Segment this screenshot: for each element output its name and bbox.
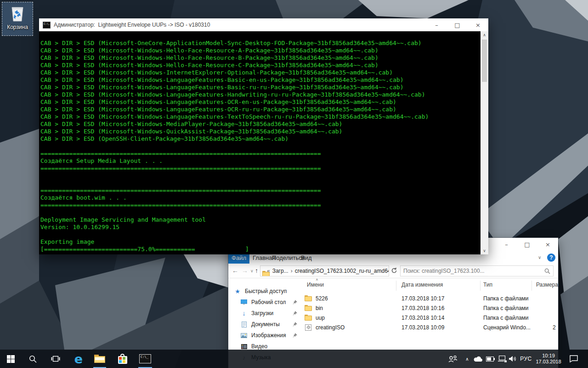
network-button[interactable]	[496, 350, 508, 368]
clock-date: 17.03.2018	[536, 359, 561, 365]
language-indicator[interactable]: РУС	[519, 350, 533, 368]
scrollbar-thumb[interactable]	[482, 40, 487, 82]
breadcrumb-parent[interactable]: Загр...	[272, 268, 288, 274]
folder-icon	[94, 355, 105, 363]
cmd-icon: C:\_	[139, 354, 151, 363]
sidebar-item-downloads[interactable]: ↓ Загрузки	[228, 308, 302, 318]
recycle-bin-icon	[8, 4, 27, 23]
videos-icon	[240, 343, 248, 350]
scroll-down-icon[interactable]: ∨	[481, 247, 488, 254]
explorer-window: – □ × Файл Главная Поделиться Вид ∨ ? ← …	[228, 238, 558, 368]
desktop-icon	[240, 299, 248, 306]
scroll-up-icon[interactable]: ∧	[481, 31, 488, 39]
file-name: 5226	[316, 295, 328, 302]
desktop: Корзина C:\. Администратор: Lightweight …	[0, 0, 588, 368]
store-icon	[117, 354, 128, 364]
console-scrollbar[interactable]: ∧ ∨	[481, 31, 488, 254]
taskbar: e C:\_ ∧	[0, 350, 588, 368]
column-header-date[interactable]: Дата изменения	[401, 282, 443, 288]
action-center-icon	[570, 355, 578, 362]
column-header-type[interactable]: Тип	[483, 282, 492, 288]
file-name: uup	[316, 315, 325, 321]
action-center-button[interactable]	[567, 350, 581, 368]
forward-button[interactable]: →	[242, 267, 248, 274]
sidebar-item-desktop[interactable]: Рабочий стол	[228, 297, 302, 307]
column-header-name[interactable]: Имени	[307, 282, 324, 288]
pin-icon	[293, 333, 297, 338]
folder-icon	[305, 305, 312, 311]
address-bar[interactable]: « Загр... › creatingISO_17623.1002_ru-ru…	[260, 265, 389, 276]
help-button[interactable]: ?	[547, 253, 555, 262]
script-file-icon	[305, 324, 312, 331]
quick-access-label: Быстрый доступ	[245, 288, 287, 294]
edge-button[interactable]: e	[72, 350, 85, 368]
quick-access-star-icon: ★	[234, 288, 241, 295]
network-icon	[498, 356, 507, 362]
onedrive-button[interactable]	[472, 350, 484, 368]
folder-icon	[305, 315, 312, 321]
people-icon	[448, 355, 458, 362]
back-button[interactable]: ←	[232, 267, 238, 274]
task-view-icon	[51, 355, 60, 362]
file-row-uup[interactable]: uup 17.03.2018 10:14 Папка с файлами	[302, 313, 558, 322]
explorer-minimize-button[interactable]: –	[496, 238, 517, 251]
pictures-icon	[240, 332, 248, 339]
sidebar-quick-access[interactable]: ★ Быстрый доступ	[228, 286, 302, 296]
console-window: C:\. Администратор: Lightweight Envelope…	[39, 18, 488, 254]
address-toolbar: ← → ∨ ↑ « Загр... › creatingISO_17623.10…	[228, 264, 558, 278]
search-text: Поиск: creatingISO_17623.100...	[403, 268, 544, 274]
clock[interactable]: 10:19 17.03.2018	[533, 350, 564, 368]
console-minimize-button[interactable]: –	[426, 18, 447, 31]
recycle-bin[interactable]: Корзина	[2, 2, 33, 36]
battery-button[interactable]	[484, 350, 496, 368]
breadcrumb-separator: ›	[291, 268, 293, 274]
taskbar-search-button[interactable]	[26, 350, 40, 368]
task-view-button[interactable]	[49, 350, 62, 368]
volume-button[interactable]	[507, 350, 519, 368]
sidebar-item-pictures[interactable]: Изображения	[228, 330, 302, 340]
sidebar-item-label: Изображения	[251, 332, 286, 339]
column-header-size[interactable]: Размера	[536, 282, 558, 288]
console-maximize-button[interactable]: □	[447, 18, 468, 31]
explorer-maximize-button[interactable]: □	[517, 238, 537, 251]
file-type: Папка с файлами	[483, 305, 529, 311]
store-button[interactable]	[116, 350, 130, 368]
downloads-icon: ↓	[240, 310, 248, 317]
recent-dropdown-icon[interactable]: ∨	[250, 269, 254, 273]
sidebar-item-label: Рабочий стол	[251, 299, 286, 305]
sidebar-item-documents[interactable]: Документы	[228, 319, 302, 329]
start-button[interactable]	[4, 350, 17, 368]
search-icon[interactable]	[544, 268, 550, 274]
edge-icon: e	[74, 353, 83, 365]
console-close-button[interactable]: ×	[468, 18, 488, 31]
file-date: 17.03.2018 10:16	[401, 305, 444, 311]
file-row-5226[interactable]: 5226 17.03.2018 10:17 Папка с файлами	[302, 293, 558, 303]
sidebar-item-label: Документы	[251, 321, 280, 328]
sidebar-item-label: Видео	[251, 343, 267, 350]
pin-icon	[293, 311, 297, 316]
people-button[interactable]	[447, 350, 459, 368]
battery-icon	[486, 356, 495, 362]
file-type: Папка с файлами	[483, 315, 529, 321]
file-date: 17.03.2018 10:14	[401, 315, 444, 321]
search-input[interactable]: Поиск: creatingISO_17623.100...	[400, 265, 554, 276]
command-prompt-button[interactable]: C:\_	[138, 350, 153, 368]
ribbon-collapse-icon[interactable]: ∨	[538, 255, 541, 260]
console-output[interactable]: CAB > DIR > ESD (Microsoft-OneCore-Appli…	[39, 31, 481, 254]
refresh-button[interactable]	[391, 267, 397, 274]
file-row-bin[interactable]: bin 17.03.2018 10:16 Папка с файлами	[302, 303, 558, 313]
speaker-icon	[509, 356, 517, 362]
file-date: 17.03.2018 10:09	[401, 324, 444, 331]
sidebar-item-label: Загрузки	[251, 310, 273, 316]
file-row-creatingiso[interactable]: creatingISO 17.03.2018 10:09 Сценарий Wi…	[302, 322, 558, 332]
file-type: Папка с файлами	[483, 295, 529, 302]
file-explorer-button[interactable]	[93, 350, 107, 368]
search-icon	[29, 355, 37, 363]
up-button[interactable]: ↑	[255, 267, 258, 274]
console-titlebar[interactable]: C:\. Администратор: Lightweight Envelope…	[39, 18, 488, 31]
file-name: creatingISO	[316, 324, 345, 331]
explorer-close-button[interactable]: ×	[537, 238, 558, 251]
breadcrumb-current-folder[interactable]: creatingISO_17623.1002_ru-ru_amd64_...	[295, 268, 389, 274]
tray-overflow-button[interactable]: ∧	[462, 350, 472, 368]
clock-time: 10:19	[536, 353, 561, 359]
